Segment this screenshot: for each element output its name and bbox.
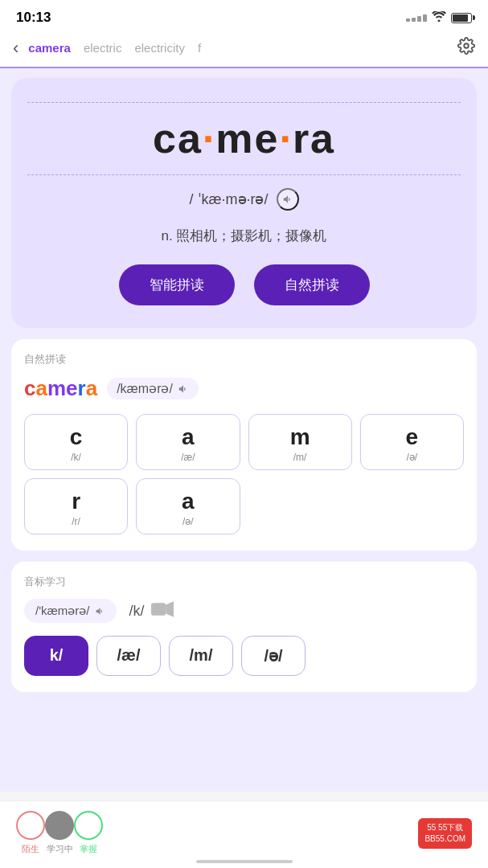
phoneme-pill-ae[interactable]: /æ/ [96, 636, 161, 676]
letter-cell-a1[interactable]: a /æ/ [136, 414, 240, 470]
phonics-section: 自然拼读 camera /kæmərə/ c /k/ a /æ/ m /m/ [11, 339, 477, 551]
word-card: ca·me·ra / ˈkæ·mə·rə/ n. 照相机；摄影机；摄像机 智能拼… [11, 78, 477, 328]
phoneme-pill-k[interactable]: k/ [24, 636, 88, 676]
phoneme-pill-schwa[interactable]: /ə/ [241, 636, 306, 676]
letter-e: e [66, 376, 77, 400]
letter-m: m [47, 376, 66, 400]
phoneme-m: /m/ [254, 452, 347, 463]
stranger-label: 陌生 [22, 843, 39, 855]
word-definition: n. 照相机；摄影机；摄像机 [27, 227, 461, 245]
nav-bar: ‹ camera electric electricity f [0, 31, 488, 68]
phoneme-schwa2: /ə/ [141, 516, 234, 527]
smart-reading-button[interactable]: 智能拼读 [119, 264, 235, 305]
natural-reading-button[interactable]: 自然拼读 [254, 264, 370, 305]
watermark: 55 55下载BB55.COM [418, 818, 472, 849]
nav-item-stranger[interactable]: 陌生 [16, 811, 45, 855]
stranger-circle [16, 811, 45, 840]
svg-rect-1 [151, 603, 166, 615]
phonics-word: camera [24, 376, 97, 401]
phoneme-ae: /æ/ [141, 452, 234, 463]
big-letter-a1: a [141, 424, 234, 450]
nav-tab-electric[interactable]: electric [84, 41, 122, 55]
phoneme-schwa1: /ə/ [366, 452, 458, 463]
phoneme-pills: k/ /æ/ /m/ /ə/ [24, 636, 464, 676]
mastered-label: 掌握 [80, 843, 97, 855]
letter-grid-row1: c /k/ a /æ/ m /m/ e /ə/ [24, 414, 464, 470]
big-letter-c: c [30, 424, 122, 450]
svg-point-0 [464, 43, 469, 48]
signal-dots-icon [406, 14, 427, 22]
letter-r: r [78, 376, 86, 400]
letter-cell-e[interactable]: e /ə/ [360, 414, 464, 470]
letter-cell-r[interactable]: r /r/ [24, 478, 128, 534]
letter-cell-a2[interactable]: a /ə/ [136, 478, 240, 534]
status-icons [406, 11, 472, 24]
letter-a1: a [35, 376, 47, 400]
learning-label: 学习中 [47, 843, 73, 855]
phoneme-phonetic-tag: /'kæmərə/ [24, 599, 117, 623]
wifi-icon [432, 11, 446, 24]
letter-cell-m[interactable]: m /m/ [248, 414, 352, 470]
mastered-circle [74, 811, 103, 840]
dashed-line-top [27, 102, 461, 103]
word-buttons: 智能拼读 自然拼读 [27, 264, 461, 305]
phonics-section-title: 自然拼读 [24, 352, 464, 366]
big-letter-r: r [30, 489, 122, 514]
phonics-phonetic-text: /kæmərə/ [117, 381, 173, 396]
big-letter-e: e [366, 424, 458, 450]
status-bar: 10:13 [0, 0, 488, 31]
phonics-phonetic: /kæmərə/ [107, 378, 199, 399]
letter-a2: a [86, 376, 97, 400]
nav-item-mastered[interactable]: 掌握 [74, 811, 103, 855]
phoneme-phonetic-text: /'kæmərə/ [35, 604, 90, 618]
back-button[interactable]: ‹ [13, 38, 18, 59]
phonetic-text: / ˈkæ·mə·rə/ [190, 190, 269, 208]
phonics-word-row: camera /kæmərə/ [24, 376, 464, 401]
nav-tabs: camera electric electricity f [28, 41, 457, 55]
nav-item-learning[interactable]: 学习中 [45, 811, 74, 855]
settings-button[interactable] [457, 37, 475, 59]
phoneme-row1: /'kæmərə/ /k/ [24, 599, 464, 623]
learning-circle [45, 811, 74, 840]
word-title: ca·me·ra [27, 116, 461, 162]
dashed-line-bottom [27, 174, 461, 175]
status-time: 10:13 [16, 10, 51, 26]
bottom-nav: 陌生 学习中 掌握 55 55下载BB55.COM [0, 800, 488, 868]
phoneme-pill-m[interactable]: /m/ [169, 636, 233, 676]
phoneme-r: /r/ [30, 516, 122, 527]
phoneme-k: /k/ [30, 452, 122, 463]
letter-cell-c[interactable]: c /k/ [24, 414, 128, 470]
video-icon[interactable] [151, 601, 174, 621]
big-letter-a2: a [141, 489, 234, 514]
svg-marker-2 [166, 601, 174, 617]
phoneme-k-row: /k/ [129, 601, 174, 621]
letter-c: c [24, 376, 35, 400]
nav-tab-electricity[interactable]: electricity [134, 41, 185, 55]
nav-tab-camera[interactable]: camera [28, 41, 71, 55]
big-letter-m: m [254, 424, 347, 450]
battery-icon [451, 13, 472, 23]
speaker-button[interactable] [277, 188, 299, 211]
letter-grid-row2: r /r/ a /ə/ [24, 478, 464, 534]
main-content: ca·me·ra / ˈkæ·mə·rə/ n. 照相机；摄影机；摄像机 智能拼… [0, 68, 488, 792]
phoneme-study-title: 音标学习 [24, 575, 464, 589]
nav-tab-f[interactable]: f [198, 41, 201, 55]
phoneme-study-section: 音标学习 /'kæmərə/ /k/ k/ /æ/ /m/ /ə/ [11, 562, 477, 692]
phonetic-row: / ˈkæ·mə·rə/ [27, 188, 461, 211]
home-indicator [196, 860, 293, 863]
k-phoneme-text: /k/ [129, 603, 145, 620]
